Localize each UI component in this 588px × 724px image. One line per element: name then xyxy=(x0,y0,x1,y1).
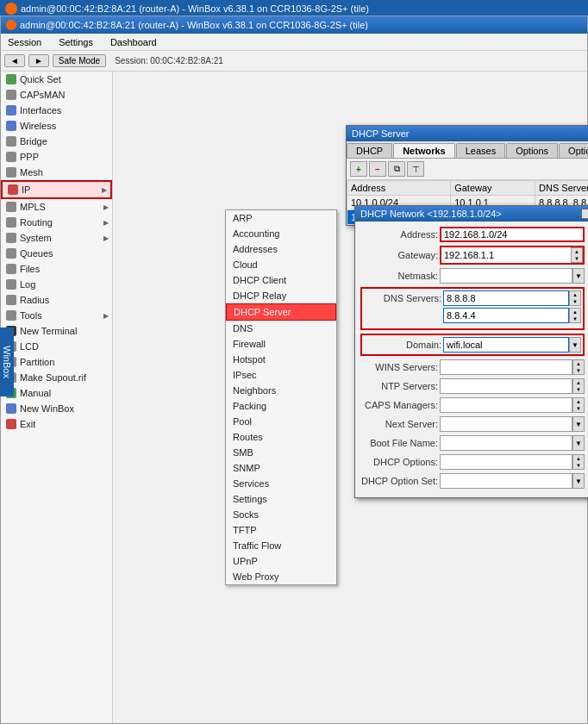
sidebar-item-make-supout[interactable]: Make Supout.rif xyxy=(1,370,112,385)
submenu-snmp[interactable]: SNMP xyxy=(226,460,336,476)
submenu-hotspot[interactable]: Hotspot xyxy=(226,352,336,367)
sidebar-item-mesh[interactable]: Mesh xyxy=(1,165,112,180)
submenu-cloud[interactable]: Cloud xyxy=(226,257,336,272)
forward-button[interactable]: ► xyxy=(28,54,49,67)
wins-down-arrow[interactable]: ▼ xyxy=(573,367,584,374)
submenu-socks[interactable]: Socks xyxy=(226,507,336,522)
submenu-neighbors[interactable]: Neighbors xyxy=(226,383,336,398)
sidebar-item-bridge[interactable]: Bridge xyxy=(1,134,112,149)
dhcp-option-set-dropdown[interactable]: ▼ xyxy=(572,473,585,489)
dns1-input[interactable] xyxy=(443,290,569,306)
dns2-down-arrow[interactable]: ▼ xyxy=(570,315,580,322)
address-input[interactable] xyxy=(440,227,585,242)
sidebar-item-system[interactable]: System ▶ xyxy=(1,230,112,246)
menu-dashboard[interactable]: Dashboard xyxy=(107,37,160,47)
remove-network-button[interactable]: − xyxy=(369,161,386,177)
sidebar-item-capsman[interactable]: CAPsMAN xyxy=(1,87,112,103)
add-network-button[interactable]: + xyxy=(350,161,367,177)
gateway-up-arrow[interactable]: ▲ xyxy=(572,248,582,255)
domain-dropdown[interactable]: ▼ xyxy=(569,337,581,353)
dns1-up-arrow[interactable]: ▲ xyxy=(570,291,580,298)
sidebar-item-exit[interactable]: Exit xyxy=(1,416,112,432)
safe-mode-button[interactable]: Safe Mode xyxy=(53,54,106,67)
domain-input[interactable] xyxy=(443,337,569,353)
ntp-input[interactable] xyxy=(440,378,572,394)
dhcp-option-set-field-row: DHCP Option Set: ▼ xyxy=(360,473,585,489)
boot-file-dropdown[interactable]: ▼ xyxy=(572,435,585,451)
submenu-routes[interactable]: Routes xyxy=(226,429,336,445)
submenu-arp[interactable]: ARP xyxy=(226,210,336,226)
sidebar-item-queues[interactable]: Queues xyxy=(1,246,112,261)
tab-dhcp[interactable]: DHCP xyxy=(347,143,392,158)
sidebar-item-routing[interactable]: Routing ▶ xyxy=(1,215,112,230)
submenu-upnp[interactable]: UPnP xyxy=(226,553,336,569)
submenu-settings[interactable]: Settings xyxy=(226,491,336,507)
filter-network-button[interactable]: ⊤ xyxy=(407,161,424,177)
submenu-dns[interactable]: DNS xyxy=(226,321,336,336)
tab-networks[interactable]: Networks xyxy=(393,143,455,158)
tab-options[interactable]: Options xyxy=(506,143,558,158)
caps-input[interactable] xyxy=(440,397,572,413)
menu-session[interactable]: Session xyxy=(4,37,45,47)
caps-down-arrow[interactable]: ▼ xyxy=(573,405,584,412)
submenu-firewall[interactable]: Firewall xyxy=(226,336,336,352)
next-server-input[interactable] xyxy=(440,416,572,432)
wins-input[interactable] xyxy=(440,359,572,375)
dhcp-options-up-arrow[interactable]: ▲ xyxy=(573,455,584,462)
copy-network-button[interactable]: ⧉ xyxy=(388,161,405,177)
submenu-dhcp-client[interactable]: DHCP Client xyxy=(226,272,336,288)
back-button[interactable]: ◄ xyxy=(4,54,25,67)
domain-field-row: Domain: ▼ xyxy=(360,334,585,356)
sidebar-item-lcd[interactable]: LCD xyxy=(1,339,112,354)
sidebar-item-tools[interactable]: Tools ▶ xyxy=(1,308,112,323)
submenu-dhcp-server[interactable]: DHCP Server xyxy=(226,303,336,321)
submenu-accounting[interactable]: Accounting xyxy=(226,226,336,241)
dns2-spinner: ▲ ▼ xyxy=(569,308,581,323)
dhcp-options-down-arrow[interactable]: ▼ xyxy=(573,462,584,469)
submenu-pool[interactable]: Pool xyxy=(226,414,336,429)
netmask-dropdown[interactable]: ▼ xyxy=(572,268,585,284)
gateway-down-arrow[interactable]: ▼ xyxy=(572,255,582,262)
bridge-icon xyxy=(6,136,16,147)
wins-up-arrow[interactable]: ▲ xyxy=(573,360,584,367)
submenu-packing[interactable]: Packing xyxy=(226,398,336,414)
sidebar-item-new-terminal[interactable]: New Terminal xyxy=(1,323,112,339)
sidebar-item-interfaces[interactable]: Interfaces xyxy=(1,103,112,118)
dhcp-option-set-input[interactable] xyxy=(440,473,572,489)
sidebar-item-radius[interactable]: Radius xyxy=(1,292,112,308)
sidebar-item-manual[interactable]: Manual xyxy=(1,385,112,401)
tab-leases[interactable]: Leases xyxy=(456,143,505,158)
tab-option-sets[interactable]: Option Sets xyxy=(559,143,588,158)
submenu-services[interactable]: Services xyxy=(226,476,336,491)
sidebar-item-log[interactable]: Log xyxy=(1,277,112,292)
ntp-up-arrow[interactable]: ▲ xyxy=(573,379,584,386)
sidebar-item-ip[interactable]: IP ▶ xyxy=(1,180,112,199)
menu-settings[interactable]: Settings xyxy=(55,37,97,47)
submenu-smb[interactable]: SMB xyxy=(226,445,336,460)
sidebar-item-ppp[interactable]: PPP xyxy=(1,149,112,165)
submenu-tftp[interactable]: TFTP xyxy=(226,522,336,538)
ntp-down-arrow[interactable]: ▼ xyxy=(573,386,584,393)
dns1-down-arrow[interactable]: ▼ xyxy=(570,298,580,305)
gateway-input[interactable] xyxy=(441,247,571,263)
dns2-up-arrow[interactable]: ▲ xyxy=(570,309,580,315)
submenu-addresses[interactable]: Addresses xyxy=(226,241,336,257)
netmask-input[interactable] xyxy=(440,268,572,284)
sidebar-item-wireless[interactable]: Wireless xyxy=(1,118,112,134)
submenu-traffic-flow[interactable]: Traffic Flow xyxy=(226,538,336,553)
dhcp-options-input[interactable] xyxy=(440,454,572,470)
submenu-web-proxy[interactable]: Web Proxy xyxy=(226,569,336,584)
ip-arrow-icon: ▶ xyxy=(102,186,107,194)
sidebar-item-quick-set[interactable]: Quick Set xyxy=(1,72,112,87)
sidebar-item-files[interactable]: Files xyxy=(1,261,112,277)
sidebar-item-partition[interactable]: Partition xyxy=(1,354,112,370)
submenu-dhcp-relay[interactable]: DHCP Relay xyxy=(226,288,336,303)
sidebar-item-new-winbox[interactable]: New WinBox xyxy=(1,401,112,416)
boot-file-input[interactable] xyxy=(440,435,572,451)
sidebar-item-mpls[interactable]: MPLS ▶ xyxy=(1,199,112,215)
submenu-ipsec[interactable]: IPsec xyxy=(226,367,336,383)
caps-up-arrow[interactable]: ▲ xyxy=(573,398,584,405)
dns2-input[interactable] xyxy=(443,308,569,323)
dialog-minimize-button[interactable]: _ xyxy=(581,209,588,219)
next-server-dropdown[interactable]: ▼ xyxy=(572,416,585,432)
